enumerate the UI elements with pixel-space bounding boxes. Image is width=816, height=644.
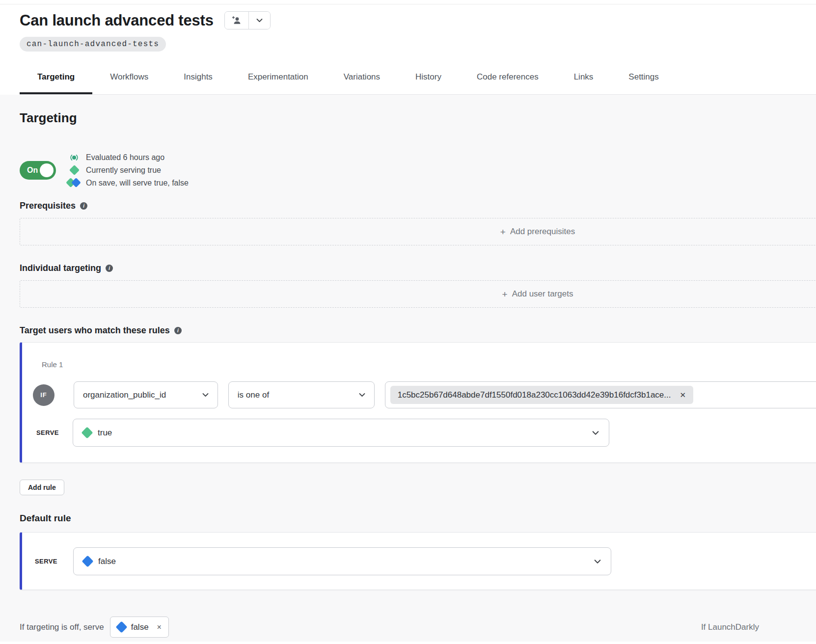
tab-settings[interactable]: Settings [611, 59, 676, 94]
tab-variations[interactable]: Variations [326, 59, 398, 94]
attribute-select[interactable]: organization_public_id [74, 381, 218, 408]
flag-header: Can launch advanced tests can-launch-adv… [0, 4, 816, 95]
variation-false-icon [82, 555, 93, 567]
variation-true-icon [69, 165, 79, 175]
serve-label: SERVE [35, 558, 61, 565]
plus-icon: + [502, 290, 508, 299]
targeting-section-title: Targeting [20, 95, 816, 126]
rule-serve-value: true [98, 428, 112, 438]
variation-true-icon [81, 427, 93, 438]
info-icon[interactable]: i [80, 202, 87, 210]
chevron-down-icon [594, 559, 601, 564]
rule-condition-row: IF organization_public_id is one of 1c5b… [33, 381, 816, 408]
if-badge: IF [33, 384, 54, 406]
launchdarkly-fallback-label: If LaunchDarkly [701, 622, 759, 632]
add-user-targets-label: Add user targets [512, 289, 573, 299]
flag-menu-button[interactable] [248, 12, 270, 29]
status-lines: Evaluated 6 hours ago Currently serving … [67, 152, 189, 188]
toggle-state-label: On [27, 166, 38, 175]
info-icon[interactable]: i [174, 327, 182, 334]
page-title: Can launch advanced tests [20, 12, 214, 29]
off-variation-value: false [131, 622, 149, 632]
variations-pair-icon [67, 179, 81, 187]
operator-value: is one of [238, 390, 269, 400]
default-rule-heading: Default rule [20, 513, 816, 524]
prerequisites-heading: Prerequisites i [20, 201, 816, 211]
evaluated-status: Evaluated 6 hours ago [67, 152, 189, 162]
on-save-text: On save, will serve true, false [86, 178, 189, 188]
variation-false-icon [115, 621, 127, 633]
add-member-button[interactable] [225, 12, 248, 29]
tab-experimentation[interactable]: Experimentation [230, 59, 326, 94]
toggle-knob [40, 163, 54, 177]
value-chip-text: 1c5bc25b67d648abde7df1550fd018a230cc1063… [398, 390, 671, 400]
chevron-down-icon [592, 430, 599, 435]
add-prerequisites-area[interactable]: + Add prerequisites [20, 218, 816, 245]
tab-targeting[interactable]: Targeting [20, 59, 92, 94]
chevron-down-icon [359, 393, 365, 397]
rule-card-1: Rule 1 IF organization_public_id is one … [20, 342, 816, 463]
add-prerequisites-label: Add prerequisites [510, 227, 575, 237]
default-serve-row: SERVE false [33, 547, 816, 575]
tab-code-references[interactable]: Code references [459, 59, 556, 94]
attribute-value: organization_public_id [83, 390, 166, 400]
tab-workflows[interactable]: Workflows [92, 59, 166, 94]
rule-values-input[interactable]: 1c5bc25b67d648abde7df1550fd018a230cc1063… [385, 381, 816, 408]
flag-action-buttons [224, 11, 271, 29]
rule-name: Rule 1 [42, 360, 816, 369]
remove-value-icon[interactable]: ✕ [680, 391, 686, 400]
currently-serving-text: Currently serving true [86, 165, 161, 175]
default-rule-card: SERVE false [20, 532, 816, 590]
flag-key-badge: can-launch-advanced-tests [20, 37, 166, 52]
rule-serve-select[interactable]: true [73, 419, 609, 447]
default-serve-select[interactable]: false [73, 547, 611, 575]
add-rule-button[interactable]: Add rule [20, 480, 64, 495]
tab-history[interactable]: History [398, 59, 459, 94]
chevron-down-icon [256, 18, 263, 23]
person-add-icon [231, 16, 242, 26]
individual-targeting-heading: Individual targeting i [20, 263, 816, 273]
off-variation-row: If targeting is off, serve false × If La… [20, 617, 796, 638]
flag-status-block: On Evaluated 6 hours ago Currently servi… [20, 152, 816, 188]
on-save-status: On save, will serve true, false [67, 178, 189, 188]
off-variation-select[interactable]: false × [110, 617, 169, 638]
rule-serve-row: SERVE true [33, 419, 816, 447]
serve-label: SERVE [36, 429, 63, 436]
live-evaluation-icon [70, 153, 79, 162]
rules-heading: Target users who match these rules i [20, 325, 816, 336]
tab-bar: Targeting Workflows Insights Experimenta… [20, 59, 816, 95]
tab-links[interactable]: Links [556, 59, 611, 94]
operator-select[interactable]: is one of [228, 381, 375, 408]
chevron-down-icon [202, 393, 209, 397]
default-serve-value: false [98, 557, 116, 566]
tab-insights[interactable]: Insights [166, 59, 230, 94]
evaluated-text: Evaluated 6 hours ago [86, 152, 164, 162]
value-chip: 1c5bc25b67d648abde7df1550fd018a230cc1063… [390, 386, 693, 404]
currently-serving-status: Currently serving true [67, 165, 189, 175]
add-user-targets-area[interactable]: + Add user targets [20, 280, 816, 308]
targeting-toggle[interactable]: On [20, 161, 56, 180]
remove-off-variation-icon[interactable]: × [157, 623, 162, 632]
top-divider [0, 0, 816, 4]
plus-icon: + [500, 227, 506, 237]
targeting-panel: Targeting On Evaluated 6 hours ago Curre… [0, 95, 816, 642]
off-variation-label: If targeting is off, serve [20, 622, 104, 632]
info-icon[interactable]: i [106, 265, 113, 272]
